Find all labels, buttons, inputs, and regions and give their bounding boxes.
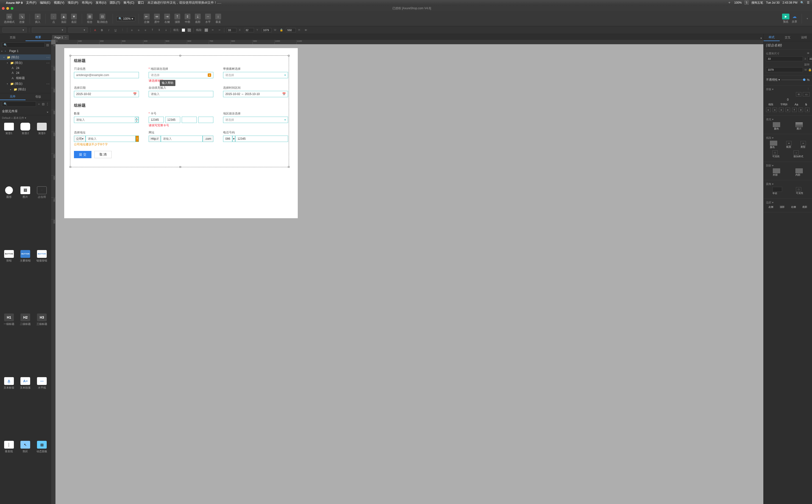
lock-aspect-icon[interactable]: 🔒 — [279, 28, 284, 32]
menu-edit[interactable]: 编辑(E) — [40, 0, 50, 5]
ar-icon[interactable]: ≡ — [779, 108, 784, 112]
stroke-width[interactable]: ━ — [786, 141, 792, 145]
fill-color-swatch[interactable] — [773, 122, 780, 127]
tree-row[interactable]: ▾📁(组合)▫ ▫ — [0, 60, 51, 66]
window-close-button[interactable] — [2, 7, 5, 10]
style-dropdown[interactable]: ▾ — [2, 27, 27, 33]
vm-icon[interactable]: ⇕ — [799, 108, 803, 112]
eye-icon[interactable]: 👁 — [807, 52, 810, 55]
shadow-section[interactable]: 阴影 ▾ — [766, 164, 774, 167]
fill-alpha-swatch[interactable] — [187, 28, 191, 32]
ruler-horizontal[interactable]: 010020030040050060070080090010001100 — [55, 40, 763, 44]
h-input[interactable] — [286, 28, 296, 32]
menu-team[interactable]: 团队(T) — [110, 0, 120, 5]
tree-row[interactable]: ▸📁(组合) — [0, 87, 51, 92]
visibility-icon[interactable]: 👁 — [304, 28, 308, 32]
point-button[interactable]: ·点 — [49, 13, 58, 25]
arrow-style[interactable]: → — [794, 150, 799, 155]
menu-publish[interactable]: 发布(U) — [96, 0, 106, 5]
region-select[interactable]: 请选择✕ — [149, 72, 214, 78]
align-bottom-button[interactable]: ⤓底部 — [193, 13, 202, 25]
weight-dropdown[interactable]: ▾ — [68, 27, 88, 33]
valign-top-icon[interactable]: ⤒ — [150, 28, 154, 32]
widget-vline[interactable]: │垂直线 — [2, 441, 16, 502]
canvas-viewport[interactable]: 组标题 只读信息 地区级连选择 请选择✕ 请选择地区 输入帮助 — [55, 44, 763, 504]
pos-x-input[interactable] — [766, 56, 803, 61]
line-width-icon[interactable]: ━ — [211, 28, 215, 32]
al-icon[interactable]: ≡ — [766, 108, 771, 112]
dist-v-button[interactable]: ↕垂直 — [214, 13, 223, 25]
widgets-tab[interactable]: 元件 — [0, 93, 26, 100]
strike-icon[interactable]: S̶ — [805, 103, 807, 106]
italic-icon[interactable]: I — [106, 28, 111, 32]
masters-tab[interactable]: 母版 — [26, 93, 51, 100]
outline-tab[interactable]: 概要 — [26, 34, 51, 41]
menubar-time[interactable]: 2:43:38 PM — [783, 1, 797, 4]
widget-hline[interactable]: —水平线 — [35, 377, 49, 438]
widget-h3[interactable]: H3三级标题 — [35, 313, 49, 375]
insert-button[interactable]: ＋插入 — [33, 13, 42, 25]
menu-warning[interactable]: 未正确进行软件汉化，请按使用说明替换dll文件！..... — [147, 0, 222, 5]
size-w-input[interactable] — [766, 67, 803, 72]
menu-view[interactable]: 视图(V) — [54, 0, 64, 5]
battery-status[interactable]: 100% — [734, 1, 742, 4]
wifi-icon[interactable]: ᯤ — [728, 1, 731, 4]
text-align-right-icon[interactable]: ≡ — [143, 28, 148, 32]
bold-icon[interactable]: B — [100, 28, 104, 32]
outline-search[interactable]: 🔍 — [2, 42, 45, 48]
window-minimize-button[interactable] — [6, 7, 9, 10]
valign-bot-icon[interactable]: ⤓ — [164, 28, 168, 32]
layout-section[interactable]: 排版 ▾ — [766, 87, 774, 91]
close-tab-icon[interactable]: × — [65, 36, 66, 39]
w-input[interactable] — [262, 28, 272, 32]
frame-icon[interactable]: ▭ — [803, 92, 810, 96]
tree-row[interactable]: ▾📁(组合)▫ ▫ — [0, 81, 51, 87]
widget-h1[interactable]: H1一级标题 — [2, 313, 16, 375]
widget-name-field[interactable]: (组合名称) — [766, 43, 810, 48]
menu-arrange[interactable]: 布局(A) — [82, 0, 92, 5]
select-mode-button[interactable]: ▭选择模式 — [2, 13, 16, 25]
ungroup-button[interactable]: ⊟取消组合 — [96, 13, 109, 25]
widget-image[interactable]: 🖼图片 — [18, 186, 33, 248]
widget-hotspot[interactable]: ↖热区 — [18, 441, 33, 502]
login-button[interactable]: ▾ — [805, 16, 810, 21]
group-button[interactable]: ⊞组合 — [85, 13, 94, 25]
widget-search[interactable]: 🔍 — [2, 101, 36, 107]
menu-window[interactable]: 窗口 — [138, 0, 144, 5]
widget-paragraph[interactable]: A≡文本段落 — [18, 377, 33, 438]
lib-opts-icon[interactable]: ⋮ — [46, 102, 49, 106]
aj-icon[interactable]: ≡ — [786, 108, 790, 112]
tree-row[interactable]: A组标题 — [0, 75, 51, 81]
pages-tab[interactable]: 页面 — [0, 34, 26, 41]
align-left-button[interactable]: ⇤左侧 — [142, 13, 151, 25]
tree-row[interactable]: A24 — [0, 70, 51, 75]
add-lib-icon[interactable]: ＋ — [37, 102, 40, 106]
align-center-button[interactable]: ⇔居中 — [152, 13, 161, 25]
app-name[interactable]: Axure RP 9 — [6, 1, 23, 5]
case-icon[interactable]: Aa — [794, 103, 798, 106]
widget-rect1[interactable]: 矩形1 — [2, 123, 16, 184]
text-align-left-icon[interactable]: ≡ — [130, 28, 134, 32]
share-button[interactable]: ☁ — [791, 14, 798, 19]
widget-dynamic-panel[interactable]: ▤动态面板 — [35, 441, 49, 502]
widget-circle[interactable]: 圆形 — [2, 186, 16, 248]
filter-icon[interactable]: ▤ — [46, 43, 49, 47]
y-input[interactable] — [244, 28, 254, 32]
fill-section[interactable]: 填充 ▾ — [766, 118, 774, 121]
zoom-control[interactable]: 🔍100%▾ — [116, 16, 135, 21]
fill-image-swatch[interactable] — [795, 122, 803, 127]
corner-vis[interactable]: □ — [796, 187, 801, 191]
send-back-button[interactable]: ▼底层 — [70, 13, 78, 25]
widget-button[interactable]: BUTTON按钮 — [2, 250, 16, 311]
vb-icon[interactable]: ⤓ — [805, 108, 810, 112]
interactions-tab[interactable]: 交互 — [780, 34, 796, 41]
font-dropdown[interactable]: ▾ — [32, 27, 66, 33]
lib-category[interactable]: Default » 基本元件 ▾ — [0, 115, 51, 121]
margin-section[interactable]: 边距 ▾ — [766, 201, 774, 204]
menu-account[interactable]: 账号(C) — [123, 0, 134, 5]
dist-h-button[interactable]: ↔水平 — [204, 13, 213, 25]
text-align-center-icon[interactable]: ≡ — [136, 28, 141, 32]
corner-section[interactable]: 圆角 ▾ — [766, 182, 774, 186]
more-text-icon[interactable]: ⋮ — [120, 28, 124, 32]
style-tab[interactable]: 样式 — [764, 34, 780, 41]
